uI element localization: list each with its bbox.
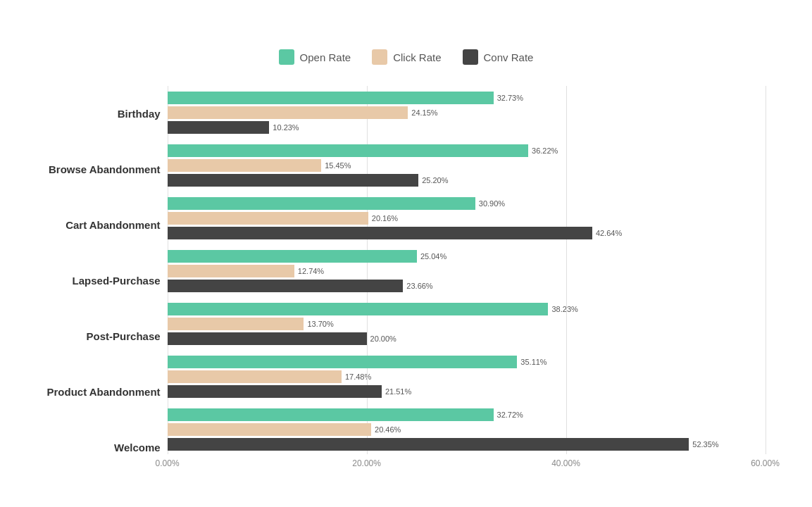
y-label: Cart Abandonment [47, 219, 161, 231]
bar-open [168, 197, 475, 210]
legend-swatch [463, 49, 478, 65]
bars-area: 32.73% 24.15% 10.23% 36.22% 15.45% 25.20… [168, 86, 766, 475]
legend-item: Conv Rate [463, 49, 534, 65]
y-label-group: Welcome [47, 421, 161, 474]
bar-conv [168, 332, 367, 345]
legend-swatch [279, 49, 294, 65]
y-labels: BirthdayBrowse AbandonmentCart Abandonme… [47, 86, 168, 475]
bar-row: 13.70% [168, 318, 766, 330]
bar-conv [168, 280, 404, 292]
bar-label-open: 25.04% [420, 252, 446, 261]
bar-row: 20.16% [168, 212, 766, 225]
bar-row: 24.15% [168, 106, 766, 119]
bar-click [168, 265, 294, 277]
bar-label-click: 24.15% [411, 108, 437, 117]
bar-label-open: 32.72% [497, 411, 523, 419]
grid-line [766, 86, 766, 454]
bar-label-click: 20.16% [372, 214, 398, 223]
bar-row: 12.74% [168, 265, 766, 277]
legend: Open Rate Click Rate Conv Rate [47, 49, 766, 65]
bar-open [168, 92, 494, 104]
chart-body: BirthdayBrowse AbandonmentCart Abandonme… [47, 86, 766, 475]
bar-open [168, 303, 549, 315]
bar-label-open: 30.90% [479, 199, 505, 208]
bar-row: 25.20% [168, 174, 766, 187]
legend-item: Open Rate [279, 49, 351, 65]
y-label: Welcome [47, 442, 161, 453]
y-label: Lapsed-Purchase [47, 275, 161, 287]
x-tick: 20.00% [352, 458, 381, 468]
x-tick: 60.00% [751, 458, 780, 468]
bar-row: 30.90% [168, 197, 766, 210]
bar-click [168, 370, 342, 383]
y-label-group: Birthday [47, 87, 161, 140]
y-label-group: Product Abandonment [47, 365, 161, 418]
chart-container: Open Rate Click Rate Conv Rate BirthdayB… [19, 14, 794, 503]
bar-label-click: 12.74% [298, 267, 324, 275]
bar-label-open: 32.73% [497, 94, 523, 102]
bar-row: 32.72% [168, 408, 766, 421]
y-label-group: Lapsed-Purchase [47, 254, 161, 307]
bar-label-conv: 21.51% [385, 387, 411, 396]
bar-label-click: 20.46% [375, 425, 401, 434]
bar-group: 38.23% 13.70% 20.00% [168, 297, 766, 350]
bar-row: 36.22% [168, 144, 766, 157]
bar-click [168, 423, 371, 436]
bar-open [168, 356, 518, 368]
bar-open [168, 250, 417, 263]
bar-row: 38.23% [168, 303, 766, 315]
bar-label-conv: 52.35% [692, 440, 718, 449]
bar-label-conv: 20.00% [370, 334, 396, 343]
bar-group: 32.73% 24.15% 10.23% [168, 86, 766, 139]
legend-label: Click Rate [393, 51, 441, 63]
y-label-group: Cart Abandonment [47, 199, 161, 251]
bar-label-click: 15.45% [325, 161, 351, 170]
bar-click [168, 159, 322, 172]
bar-row: 35.11% [168, 356, 766, 368]
bar-row: 17.48% [168, 370, 766, 383]
bar-label-conv: 23.66% [406, 282, 432, 290]
y-label-group: Post-Purchase [47, 310, 161, 363]
bar-group: 30.90% 20.16% 42.64% [168, 192, 766, 244]
bar-group: 25.04% 12.74% 23.66% [168, 244, 766, 297]
bar-click [168, 212, 368, 225]
bar-group: 36.22% 15.45% 25.20% [168, 139, 766, 192]
y-label: Product Abandonment [47, 386, 161, 398]
bar-open [168, 144, 528, 157]
y-label: Browse Abandonment [47, 163, 161, 175]
bar-label-conv: 42.64% [596, 229, 622, 237]
bar-conv [168, 121, 270, 134]
bar-label-conv: 25.20% [422, 176, 448, 184]
x-tick: 0.00% [156, 458, 180, 468]
bar-conv [168, 438, 689, 451]
bar-group: 35.11% 17.48% 21.51% [168, 350, 766, 403]
y-label: Post-Purchase [47, 330, 161, 342]
bar-conv [168, 227, 592, 239]
bar-row: 25.04% [168, 250, 766, 263]
legend-item: Click Rate [372, 49, 441, 65]
bar-label-click: 13.70% [307, 320, 333, 328]
bar-row: 21.51% [168, 385, 766, 398]
legend-label: Conv Rate [484, 51, 534, 63]
bar-label-open: 36.22% [532, 146, 558, 155]
bar-row: 23.66% [168, 280, 766, 292]
bar-click [168, 106, 408, 119]
bar-row: 15.45% [168, 159, 766, 172]
bar-label-open: 35.11% [520, 358, 546, 366]
y-label: Birthday [47, 108, 161, 120]
bar-label-click: 17.48% [345, 373, 371, 381]
bar-row: 10.23% [168, 121, 766, 134]
legend-swatch [372, 49, 387, 65]
x-tick: 40.00% [551, 458, 580, 468]
bar-click [168, 318, 304, 330]
bar-conv [168, 174, 419, 187]
bar-conv [168, 385, 382, 398]
bar-label-conv: 10.23% [273, 123, 299, 132]
y-label-group: Browse Abandonment [47, 143, 161, 196]
bar-row: 42.64% [168, 227, 766, 239]
x-axis: 0.00%20.00%40.00%60.00% [168, 458, 766, 475]
bar-label-open: 38.23% [551, 305, 577, 313]
bar-open [168, 408, 494, 421]
bar-row: 52.35% [168, 438, 766, 451]
bar-groups: 32.73% 24.15% 10.23% 36.22% 15.45% 25.20… [168, 86, 766, 456]
